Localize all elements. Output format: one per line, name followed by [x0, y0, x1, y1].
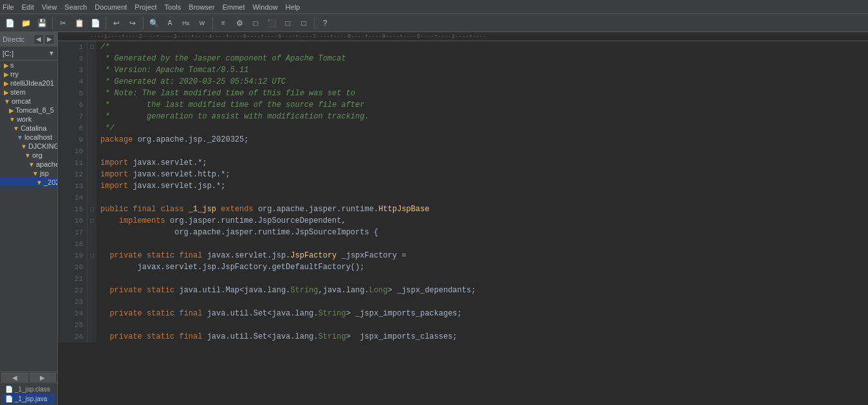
sidebar-nav-right[interactable]: ▶	[44, 34, 55, 44]
code-content[interactable]	[97, 319, 107, 331]
code-content[interactable]: * Generated by the Jasper component of A…	[97, 53, 349, 64]
code-content[interactable]: import javax.servlet.http.*;	[97, 169, 233, 180]
code-content[interactable]: import javax.servlet.*;	[97, 157, 210, 169]
code-content[interactable]	[97, 273, 107, 285]
sidebar-nav-left[interactable]: ◀	[33, 34, 44, 44]
toolbar-fullscreen-btn[interactable]: ⬛	[264, 16, 279, 30]
code-content[interactable]: public final class _1_jsp extends org.ap…	[97, 203, 432, 215]
fold-gutter[interactable]: □	[88, 215, 97, 227]
toolbar-settings-btn[interactable]: ⚙	[232, 16, 246, 30]
toolbar-wrap-btn[interactable]: W	[195, 16, 209, 30]
sidebar-file-class[interactable]: 📄 _1_jsp.class	[3, 384, 55, 394]
code-content[interactable]: private static final java.util.Set<java.…	[97, 331, 460, 343]
tree-item-localhost[interactable]: ▼ localhost	[0, 133, 57, 142]
code-content[interactable]: implements org.jasper.runtime.JspSourceD…	[97, 215, 349, 227]
tree-container[interactable]: ▶ s ▶ rry ▶ ntelliJIdea201 ▶ stem ▼ omca…	[0, 61, 57, 372]
toolbar-new-btn[interactable]: 📄	[3, 16, 17, 30]
toolbar-list-btn[interactable]: ≡	[216, 16, 230, 30]
line-number: 21	[58, 273, 88, 285]
menu-document[interactable]: Document	[95, 3, 127, 11]
line-number: 18	[58, 238, 88, 250]
tree-item-catalina[interactable]: ▼ Catalina	[0, 124, 57, 133]
sidebar-file-java[interactable]: 📄 _1_jsp.java	[3, 394, 55, 404]
toolbar-layout-btn[interactable]: □	[297, 16, 311, 30]
code-content[interactable]	[97, 146, 107, 157]
code-content[interactable]: private static java.util.Map<java.lang.S…	[97, 285, 478, 296]
tree-scroll-left[interactable]: ◀	[1, 373, 28, 382]
code-content[interactable]: import javax.servlet.jsp.*;	[97, 180, 228, 192]
sidebar-dropdown[interactable]: [C:] ▼	[0, 46, 57, 61]
code-line-21: 21	[58, 273, 868, 285]
code-content[interactable]: * Version: Apache Tomcat/8.5.11	[97, 64, 251, 76]
tree-item-s[interactable]: ▶ s	[0, 61, 57, 70]
code-content[interactable]: /*	[97, 41, 112, 53]
code-line-11: 11 import javax.servlet.*;	[58, 157, 868, 169]
code-content[interactable]: org.apache.jasper.runtime.JspSourceImpor…	[97, 227, 381, 238]
fold-gutter[interactable]: □	[88, 203, 97, 215]
toolbar-replace-btn[interactable]: A	[163, 16, 177, 30]
sidebar-dropdown-arrow: ▼	[48, 50, 55, 57]
toolbar-split-btn[interactable]: □	[281, 16, 295, 30]
menu-window[interactable]: Window	[252, 3, 277, 11]
menu-view[interactable]: View	[42, 3, 57, 11]
menu-tools[interactable]: Tools	[165, 3, 181, 11]
line-number: 13	[58, 180, 88, 192]
menu-edit[interactable]: Edit	[22, 3, 34, 11]
menu-browser[interactable]: Browser	[189, 3, 214, 11]
fold-gutter[interactable]: □	[88, 250, 97, 261]
toolbar-cut-btn[interactable]: ✂	[56, 16, 70, 30]
code-editor[interactable]: 1 □ /* 2 * Generated by the Jasper compo…	[58, 41, 868, 405]
code-content[interactable]: */	[97, 122, 117, 134]
code-line-9: 9 package org.apache.jsp._2020325;	[58, 134, 868, 146]
menu-help[interactable]: Help	[286, 3, 300, 11]
code-content[interactable]: private static final java.util.Set<java.…	[97, 308, 465, 319]
tree-item-djcking[interactable]: ▼ DJCKING	[0, 142, 57, 151]
toolbar-redo-btn[interactable]: ↪	[125, 16, 140, 30]
toolbar-sep-5	[314, 17, 315, 29]
menu-file[interactable]: File	[3, 3, 14, 11]
code-content[interactable]: * Note: The last modified time of this f…	[97, 88, 358, 99]
tree-item-jsp[interactable]: ▼ jsp	[0, 169, 57, 178]
toolbar-undo-btn[interactable]: ↩	[109, 16, 124, 30]
toolbar-hex-btn[interactable]: Hx	[179, 16, 193, 30]
toolbar-paste-btn[interactable]: 📄	[88, 16, 102, 30]
menu-emmet[interactable]: Emmet	[223, 3, 245, 11]
tree-item-org[interactable]: ▼ org	[0, 151, 57, 160]
toolbar-copy-btn[interactable]: 📋	[72, 16, 86, 30]
code-line-10: 10	[58, 146, 868, 157]
menu-project[interactable]: Project	[134, 3, 156, 11]
file-icon: 📄	[5, 395, 13, 402]
code-content[interactable]: * Generated at: 2020-03-25 05:54:12 UTC	[97, 76, 288, 88]
tree-item-2020[interactable]: ▼ _2020	[0, 178, 57, 187]
tree-item-omcat[interactable]: ▼ omcat	[0, 97, 57, 106]
toolbar-open-btn[interactable]: 📁	[19, 16, 33, 30]
tree-item-work[interactable]: ▼ work	[0, 115, 57, 124]
fold-gutter[interactable]: □	[88, 41, 97, 53]
tree-item-label: Tomcat_8_5	[15, 106, 54, 114]
toolbar-find-btn[interactable]: 🔍	[147, 16, 161, 30]
tree-item-apache[interactable]: ▼ apache	[0, 160, 57, 169]
menu-search[interactable]: Search	[64, 3, 87, 11]
toolbar-sep-3	[143, 17, 143, 29]
tree-item-stem[interactable]: ▶ stem	[0, 88, 57, 97]
tree-item-rry[interactable]: ▶ rry	[0, 70, 57, 79]
fold-gutter	[88, 331, 97, 343]
code-content[interactable]	[97, 238, 107, 250]
code-content[interactable]	[97, 192, 107, 203]
code-content[interactable]: * generation to assist with modification…	[97, 111, 372, 122]
code-content[interactable]: javax.servlet.jsp.JspFactory.getDefaultF…	[97, 261, 367, 273]
code-content[interactable]: package org.apache.jsp._2020325;	[97, 134, 251, 146]
tree-item-tomcat85[interactable]: ▶ Tomcat_8_5	[0, 106, 57, 115]
toolbar-help-btn[interactable]: ?	[318, 16, 332, 30]
toolbar-window-btn[interactable]: □	[248, 16, 263, 30]
sidebar-header: Directc ◀ ▶	[0, 32, 57, 46]
toolbar-save-btn[interactable]: 💾	[35, 16, 49, 30]
tree-item-label: omcat	[12, 97, 31, 105]
code-line-25: 25	[58, 319, 868, 331]
code-content[interactable]: private static final javax.servlet.jsp.J…	[97, 250, 409, 261]
code-content[interactable]	[97, 296, 107, 308]
tree-scroll-right[interactable]: ▶	[30, 373, 57, 382]
tree-item-intellij[interactable]: ▶ ntelliJIdea201	[0, 79, 57, 88]
code-line-22: 22 private static java.util.Map<java.lan…	[58, 285, 868, 296]
code-content[interactable]: * the last modified time of the source f…	[97, 99, 367, 111]
